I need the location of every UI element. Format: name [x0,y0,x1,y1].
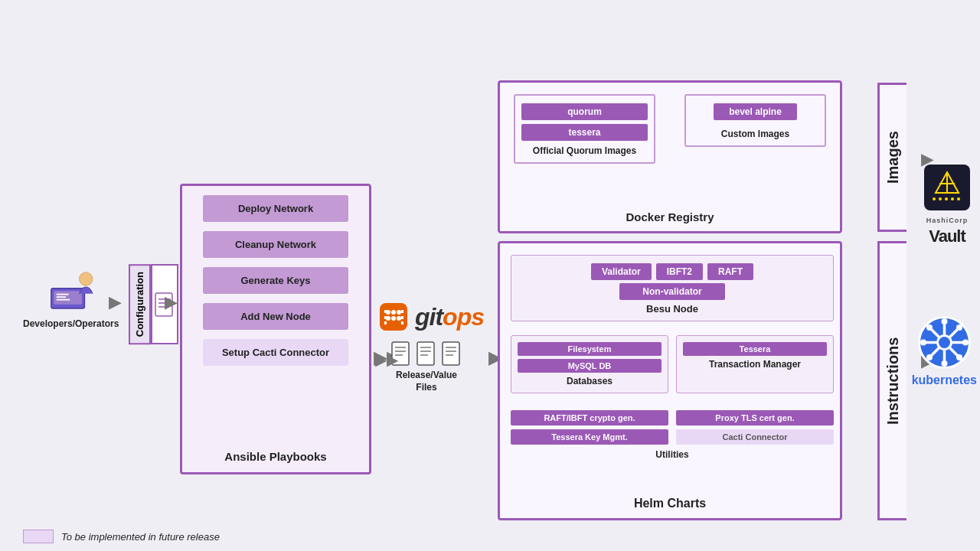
svg-point-46 [941,318,947,324]
developer-section: Developers/Operators [23,260,119,329]
generate-keys-button[interactable]: Generate Keys [203,267,348,294]
setup-cacti-button[interactable]: Setup Cacti Connector [203,339,348,366]
gitops-logo: ⋮⋮ gitops [375,298,484,335]
custom-images-label: Custom Images [721,129,789,139]
proxy-tls-chip: Proxy TLS cert gen. [676,410,834,425]
utilities-right: Proxy TLS cert gen. Cacti Connector [676,410,834,445]
svg-point-17 [397,316,401,321]
tessera-tm-chip: Tessera [683,342,827,356]
svg-point-38 [957,197,960,201]
quorum-chip: quorum [521,103,648,120]
gitops-text: gitops [415,303,484,331]
cleanup-network-button[interactable]: Cleanup Network [203,231,348,258]
file-icon-3 [441,341,462,367]
transaction-manager-label: Transaction Manager [683,359,827,370]
tessera-chip: tessera [521,124,648,141]
svg-point-35 [939,197,942,201]
svg-point-37 [951,197,954,201]
release-files-label: Release/ValueFiles [396,370,457,393]
transaction-manager-box: Tessera Transaction Manager [676,335,834,393]
legend-color-box [23,530,54,543]
svg-rect-22 [417,342,434,365]
helm-charts-title: Helm Charts [500,497,840,510]
db-tm-row: Filesystem MySQL DB Databases Tessera Tr… [511,335,834,393]
config-label: Configuration [129,264,151,344]
kubernetes-section: kubernetes [912,314,977,387]
databases-label: Databases [518,376,662,386]
raft-chip: RAFT [707,263,753,280]
svg-point-34 [933,197,936,201]
helm-charts-box: Validator IBFT2 RAFT Non-validator Besu … [498,241,842,520]
instructions-side-label: Instructions [877,241,906,520]
utilities-left: RAFT/IBFT crypto gen. Tessera Key Mgmt. [511,410,668,445]
svg-point-47 [941,360,947,367]
gitops-section: ⋮⋮ gitops [375,298,484,335]
kubernetes-label: kubernetes [912,373,977,387]
images-side-label: Images [877,83,906,232]
utilities-label: Utilities [511,449,834,460]
official-quorum-label: Official Quorum Images [521,145,648,156]
file-icons-row [390,341,462,367]
filesystem-chip: Filesystem [518,342,662,356]
official-quorum-section: quorum tessera Official Quorum Images [514,94,655,164]
svg-point-5 [79,272,93,286]
raft-ibft-crypto-chip: RAFT/IBFT crypto gen. [511,410,668,425]
arrow-config-ansible: ▶ [165,292,178,312]
gitops-icon: ⋮⋮ [375,298,412,335]
deploy-network-button[interactable]: Deploy Network [203,195,348,222]
svg-point-13 [391,310,396,315]
developer-label: Developers/Operators [23,318,119,329]
release-files-section: Release/ValueFiles [390,341,462,393]
vault-section: HashiCorp Vault [920,161,974,246]
add-new-node-button[interactable]: Add New Node [203,303,348,330]
besu-node-box: Validator IBFT2 RAFT Non-validator Besu … [511,255,834,321]
svg-point-12 [386,310,390,315]
double-arrow-left: ▶▶ [375,350,398,369]
legend-text: To be implemented in future release [61,531,220,543]
bevel-alpine-chip: bevel alpine [714,103,797,120]
non-validator-chip: Non-validator [619,283,724,300]
svg-point-44 [937,336,951,350]
ansible-playbooks-box: Deploy Network Cleanup Network Generate … [180,184,371,474]
besu-node-title: Besu Node [519,303,825,315]
utilities-chips-row: RAFT/IBFT crypto gen. Tessera Key Mgmt. … [511,410,834,445]
tessera-key-mgmt-chip: Tessera Key Mgmt. [511,429,668,445]
svg-point-14 [397,310,401,315]
arrow-dev-config: ▶ [109,292,122,312]
vault-sub-label: HashiCorp [926,217,969,224]
svg-point-36 [945,197,948,201]
besu-node-section: Validator IBFT2 RAFT Non-validator Besu … [511,255,834,321]
custom-images-section: bevel alpine Custom Images [684,94,826,147]
svg-rect-26 [443,342,459,365]
svg-point-52 [956,324,962,331]
svg-point-48 [920,340,926,346]
non-validator-row: Non-validator [519,283,825,300]
ansible-playbooks-title: Ansible Playbooks [182,450,369,463]
svg-point-16 [391,316,396,321]
file-icon-2 [416,341,437,367]
svg-point-50 [926,324,933,331]
databases-box: Filesystem MySQL DB Databases [511,335,668,393]
svg-point-49 [962,340,969,346]
svg-point-51 [956,354,962,360]
legend-section: To be implemented in future release [23,530,220,543]
docker-registry-box: quorum tessera Official Quorum Images be… [498,80,842,233]
developer-icon [44,260,98,314]
besu-chips-row: Validator IBFT2 RAFT [519,263,825,280]
validator-chip: Validator [591,263,652,280]
ibft2-chip: IBFT2 [656,263,703,280]
mysql-chip: MySQL DB [518,359,662,373]
cacti-connector-chip: Cacti Connector [676,429,834,445]
docker-registry-title: Docker Registry [500,210,840,223]
utilities-section: RAFT/IBFT crypto gen. Tessera Key Mgmt. … [511,410,834,460]
kubernetes-icon [916,314,973,371]
vault-icon [920,161,974,214]
diagram-container: Developers/Operators ▶ Configuration ▶ D… [0,0,980,551]
svg-point-53 [926,354,933,360]
svg-point-15 [386,316,390,321]
vault-main-label: Vault [929,227,965,246]
